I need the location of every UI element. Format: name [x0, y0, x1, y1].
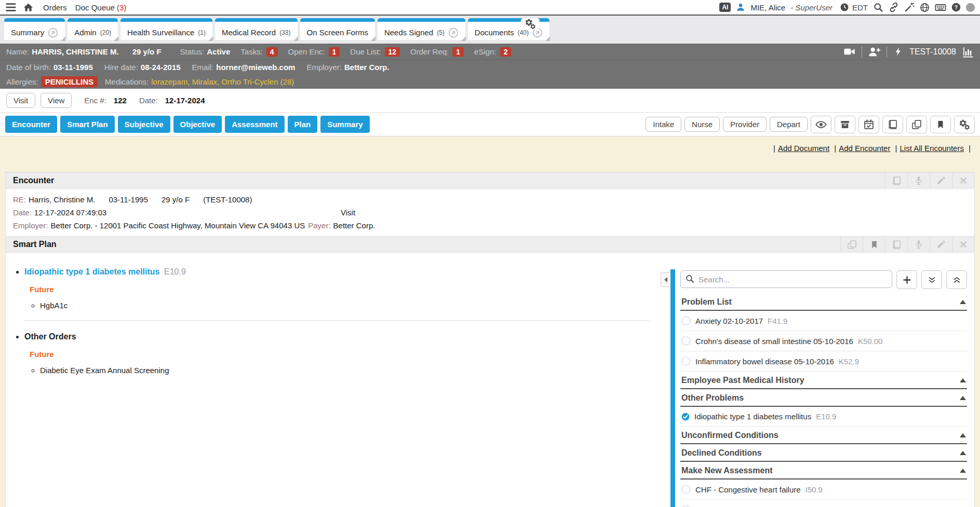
collapse-arrow-icon[interactable]	[960, 396, 966, 400]
collapse-arrow-icon[interactable]	[960, 451, 966, 455]
chart-tab[interactable]: Admin (20)	[68, 18, 118, 40]
radio-circle-icon[interactable]	[681, 485, 691, 494]
problem-section-header[interactable]: Other Problems	[680, 389, 967, 407]
collapse-all-button[interactable]	[946, 270, 967, 289]
close-icon[interactable]	[952, 237, 974, 252]
collapse-arrow-icon[interactable]	[960, 300, 966, 304]
bookmark-button[interactable]	[930, 116, 951, 133]
stage-button[interactable]: Intake	[646, 117, 681, 132]
keyboard-icon[interactable]	[935, 2, 946, 13]
radio-circle-icon[interactable]	[681, 316, 691, 325]
problem-section-header[interactable]: Make New Assessment	[680, 462, 967, 479]
check-circle-icon[interactable]	[681, 413, 690, 421]
collapse-arrow-icon[interactable]	[960, 433, 966, 437]
order-item[interactable]: HgbA1c	[40, 301, 650, 310]
close-icon[interactable]	[952, 173, 974, 188]
microphone-icon[interactable]	[907, 173, 930, 188]
tab-settings-button[interactable]	[521, 18, 540, 30]
settings-gears-button[interactable]	[954, 116, 975, 133]
radio-circle-icon[interactable]	[681, 336, 691, 346]
panel-collapse-button[interactable]	[661, 272, 670, 287]
section-button[interactable]: Encounter	[5, 116, 57, 133]
copy-icon[interactable]	[840, 237, 863, 252]
microphone-icon[interactable]	[907, 237, 930, 252]
menu-icon[interactable]	[5, 2, 17, 13]
add-problem-button[interactable]	[896, 270, 917, 289]
add-encounter-link[interactable]: Add Encounter	[839, 144, 890, 153]
quick-actions-bolt-icon[interactable]	[893, 47, 903, 57]
chart-stats-icon[interactable]	[962, 46, 974, 58]
stage-button[interactable]: Provider	[723, 117, 767, 132]
condition-item[interactable]: Idiopathic type 1 diabetes mellitus E10.…	[680, 407, 967, 427]
open-in-new-icon[interactable]	[48, 28, 58, 38]
collapse-arrow-icon[interactable]	[960, 469, 966, 473]
counter-badge[interactable]: 4	[266, 47, 278, 57]
problem-search-input[interactable]	[680, 270, 892, 288]
chart-tab[interactable]: On Screen Forms	[300, 18, 375, 40]
help-icon[interactable]	[951, 3, 961, 12]
condition-item[interactable]: Hypertension I10	[680, 500, 967, 507]
problem-section-header[interactable]: Problem List	[680, 293, 967, 311]
book-icon[interactable]	[885, 173, 907, 188]
section-button[interactable]: Objective	[173, 116, 222, 133]
nav-orders[interactable]: Orders	[43, 3, 67, 12]
allergy-badge[interactable]: PENICILLINS	[41, 76, 98, 87]
group-title[interactable]: Other Orders	[24, 332, 76, 341]
counter-badge[interactable]: 1	[452, 47, 464, 57]
nav-doc-queue[interactable]: Doc Queue (3)	[75, 3, 126, 12]
counter-badge[interactable]: 12	[385, 47, 400, 57]
problem-section-header[interactable]: Declined Conditions	[680, 444, 967, 462]
medications-list[interactable]: lorazepam, Miralax, Ortho Tri-Cyclen (28…	[151, 77, 294, 86]
problem-section-header[interactable]: Unconfirmed Conditions	[680, 427, 967, 444]
section-button[interactable]: Summary	[320, 116, 369, 133]
radio-circle-icon[interactable]	[681, 357, 691, 366]
video-call-icon[interactable]	[843, 46, 855, 58]
problem-section-header[interactable]: Employee Past Medical History	[680, 372, 967, 389]
stage-button[interactable]: Nurse	[684, 117, 720, 132]
bookmark-icon[interactable]	[863, 237, 885, 252]
ai-badge[interactable]: AI	[719, 3, 731, 12]
edit-pencil-icon[interactable]	[930, 237, 952, 252]
list-all-encounters-link[interactable]: List All Encounters	[900, 144, 964, 153]
counter-badge[interactable]: 1	[329, 47, 340, 57]
calendar-check-button[interactable]	[858, 116, 879, 133]
search-icon[interactable]	[873, 2, 883, 12]
counter-badge[interactable]: 2	[500, 47, 512, 57]
group-title[interactable]: Idiopathic type 1 diabetes mellitus	[24, 267, 160, 276]
section-button[interactable]: Subjective	[118, 116, 170, 133]
add-person-icon[interactable]	[868, 46, 880, 58]
wand-icon[interactable]	[904, 2, 915, 12]
section-button[interactable]: Assessment	[225, 116, 284, 133]
globe-icon[interactable]	[920, 3, 930, 12]
chart-tab[interactable]: Needs Signed (5)	[378, 18, 465, 40]
book-icon[interactable]	[885, 237, 907, 252]
book-button[interactable]	[882, 116, 903, 133]
archive-button[interactable]	[835, 116, 855, 133]
chart-tab[interactable]: Health Surveillance (1)	[120, 18, 212, 40]
stage-button[interactable]: Depart	[770, 117, 808, 132]
radio-circle-icon[interactable]	[681, 505, 691, 507]
user-name[interactable]: MIE, Alice	[750, 3, 785, 12]
condition-item[interactable]: Crohn's disease of small intestine 05-10…	[680, 331, 967, 351]
condition-item[interactable]: CHF - Congestive heart failure I50.9	[680, 479, 967, 500]
section-button[interactable]: Smart Plan	[60, 116, 114, 133]
chart-tab[interactable]: Medical Record (33)	[215, 18, 298, 40]
collapse-arrow-icon[interactable]	[960, 378, 966, 382]
home-icon[interactable]	[23, 2, 34, 13]
copy-button[interactable]	[906, 116, 927, 133]
user-icon[interactable]	[736, 3, 745, 12]
expand-all-button[interactable]	[921, 270, 942, 289]
edit-pencil-icon[interactable]	[930, 173, 952, 188]
condition-item[interactable]: Inflammatory bowel disease 05-10-2016 K5…	[680, 351, 967, 372]
order-item[interactable]: Diabetic Eye Exam Annual Screening	[40, 366, 650, 375]
open-in-new-icon[interactable]	[448, 28, 459, 38]
preview-eye-button[interactable]	[811, 116, 831, 133]
clock-icon[interactable]	[840, 3, 849, 12]
visit-button[interactable]: Visit	[6, 93, 35, 108]
condition-item[interactable]: Anxiety 02-10-2017 F41.9	[680, 311, 967, 331]
chart-tab[interactable]: Summary	[4, 18, 65, 40]
link-icon[interactable]	[889, 2, 899, 12]
view-button[interactable]: View	[41, 93, 72, 108]
add-document-link[interactable]: Add Document	[778, 144, 829, 153]
section-button[interactable]: Plan	[288, 116, 318, 133]
